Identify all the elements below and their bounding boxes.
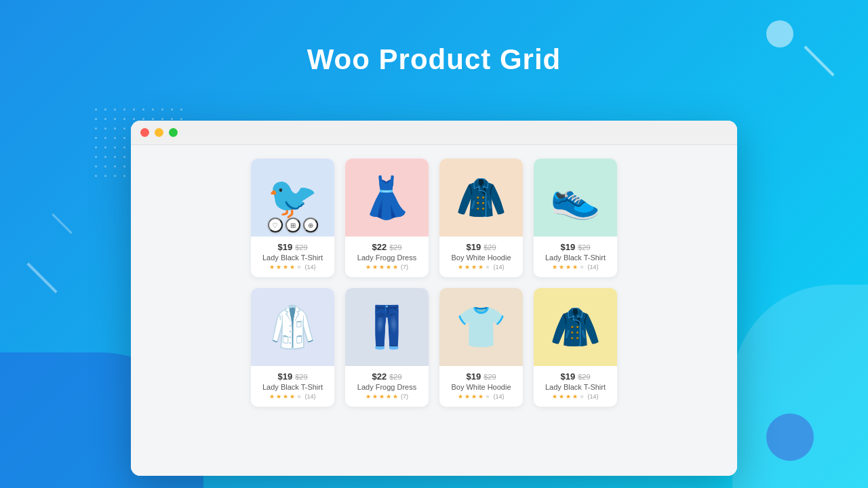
price-old: $29 [484, 373, 496, 381]
product-rating: ★★★★★ (14) [445, 264, 517, 270]
product-name: Lady Frogg Dress [351, 383, 423, 391]
star-icon: ★ [393, 264, 398, 270]
product-image: 🧥 [534, 288, 617, 366]
star-icon: ★ [366, 264, 371, 270]
star-icon: ★ [290, 393, 295, 400]
product-name: Lady Black T-Shirt [256, 253, 329, 262]
product-info: $19 $29 Lady Black T-Shirt ★★★★★ (14) [534, 366, 617, 407]
price-old: $29 [578, 373, 590, 381]
star-icon: ★ [296, 264, 302, 270]
traffic-light-green[interactable] [169, 128, 178, 137]
product-rating: ★★★★★ (7) [351, 393, 423, 400]
star-icon: ★ [379, 264, 384, 270]
star-icon: ★ [552, 264, 557, 270]
price-row: $19 $29 [539, 242, 612, 252]
star-icon: ★ [566, 393, 571, 400]
product-rating: ★★★★★ (7) [351, 264, 423, 270]
price-old: $29 [295, 373, 307, 381]
product-rating: ★★★★★ (14) [539, 264, 612, 270]
price-current: $22 [372, 242, 387, 252]
product-name: Lady Black T-Shirt [539, 383, 612, 391]
price-current: $19 [560, 242, 575, 252]
review-count: (14) [304, 264, 315, 270]
product-info: $19 $29 Lady Black T-Shirt ★★★★★ (14) [251, 237, 334, 277]
star-icon: ★ [566, 264, 571, 270]
browser-window: 🐦 ♡ ⊞ ⊕ $19 $29 Lady Black T-Shirt ★★★★★… [131, 121, 737, 476]
product-image: 🐦 ♡ ⊞ ⊕ [251, 159, 334, 237]
star-icon: ★ [485, 264, 490, 270]
product-image: 👖 [345, 288, 429, 366]
preview-button[interactable]: ⊕ [303, 218, 318, 232]
price-current: $19 [466, 371, 481, 382]
price-old: $29 [295, 243, 307, 251]
star-icon: ★ [572, 264, 578, 270]
product-card[interactable]: 🐦 ♡ ⊞ ⊕ $19 $29 Lady Black T-Shirt ★★★★★… [251, 159, 334, 277]
star-icon: ★ [290, 264, 295, 270]
card-actions: ♡ ⊞ ⊕ [268, 218, 318, 232]
product-card[interactable]: 👖 $22 $29 Lady Frogg Dress ★★★★★ (7) [345, 288, 429, 407]
product-name: Lady Black T-Shirt [256, 383, 329, 391]
star-icon: ★ [372, 393, 378, 400]
product-image: 🥼 [251, 288, 334, 366]
star-icon: ★ [269, 393, 275, 400]
star-icon: ★ [276, 264, 281, 270]
star-icon: ★ [579, 393, 585, 400]
price-current: $19 [560, 371, 575, 382]
star-icon: ★ [296, 393, 302, 400]
star-icon: ★ [366, 393, 371, 400]
price-old: $29 [389, 373, 401, 381]
product-info: $22 $29 Lady Frogg Dress ★★★★★ (7) [345, 237, 429, 277]
price-old: $29 [389, 243, 401, 251]
product-card[interactable]: 👟 $19 $29 Lady Black T-Shirt ★★★★★ (14) [534, 159, 617, 277]
review-count: (14) [587, 264, 598, 270]
price-row: $19 $29 [539, 371, 612, 382]
review-count: (14) [587, 393, 598, 400]
product-rating: ★★★★★ (14) [539, 393, 612, 400]
price-row: $22 $29 [351, 242, 423, 252]
star-icon: ★ [465, 264, 470, 270]
product-info: $22 $29 Lady Frogg Dress ★★★★★ (7) [345, 366, 429, 407]
price-row: $19 $29 [445, 371, 517, 382]
product-rating: ★★★★★ (14) [256, 393, 329, 400]
price-current: $19 [277, 371, 292, 382]
product-rating: ★★★★★ (14) [445, 393, 517, 400]
star-icon: ★ [458, 393, 463, 400]
review-count: (14) [493, 393, 504, 400]
product-card[interactable]: 👕 $19 $29 Boy White Hoodie ★★★★★ (14) [439, 288, 523, 407]
product-card[interactable]: 🧥 $19 $29 Boy White Hoodie ★★★★★ (14) [439, 159, 523, 277]
product-card[interactable]: 👗 $22 $29 Lady Frogg Dress ★★★★★ (7) [345, 159, 429, 277]
price-current: $19 [466, 242, 481, 252]
star-icon: ★ [572, 393, 578, 400]
star-icon: ★ [478, 264, 484, 270]
star-icon: ★ [283, 264, 288, 270]
bg-wave-right [732, 285, 868, 488]
star-icon: ★ [485, 393, 490, 400]
price-current: $19 [277, 242, 292, 252]
product-card[interactable]: 🧥 $19 $29 Lady Black T-Shirt ★★★★★ (14) [534, 288, 617, 407]
browser-titlebar [131, 121, 737, 145]
cart-button[interactable]: ⊞ [285, 218, 300, 232]
star-icon: ★ [386, 264, 391, 270]
product-name: Lady Black T-Shirt [539, 253, 612, 262]
product-name: Boy White Hoodie [445, 253, 517, 262]
page-title: Woo Product Grid [0, 43, 868, 76]
price-old: $29 [484, 243, 496, 251]
review-count: (7) [401, 264, 408, 270]
price-row: $22 $29 [351, 371, 423, 382]
traffic-light-red[interactable] [140, 128, 149, 137]
star-icon: ★ [465, 393, 470, 400]
price-row: $19 $29 [445, 242, 517, 252]
price-current: $22 [372, 371, 387, 382]
star-icon: ★ [269, 264, 275, 270]
star-icon: ★ [276, 393, 281, 400]
price-old: $29 [578, 243, 590, 251]
traffic-light-yellow[interactable] [155, 128, 163, 137]
star-icon: ★ [386, 393, 391, 400]
wishlist-button[interactable]: ♡ [268, 218, 283, 232]
product-grid: 🐦 ♡ ⊞ ⊕ $19 $29 Lady Black T-Shirt ★★★★★… [251, 159, 617, 462]
star-icon: ★ [393, 393, 398, 400]
product-card[interactable]: 🥼 $19 $29 Lady Black T-Shirt ★★★★★ (14) [251, 288, 334, 407]
product-info: $19 $29 Boy White Hoodie ★★★★★ (14) [439, 237, 523, 277]
price-row: $19 $29 [256, 242, 329, 252]
product-info: $19 $29 Lady Black T-Shirt ★★★★★ (14) [251, 366, 334, 407]
